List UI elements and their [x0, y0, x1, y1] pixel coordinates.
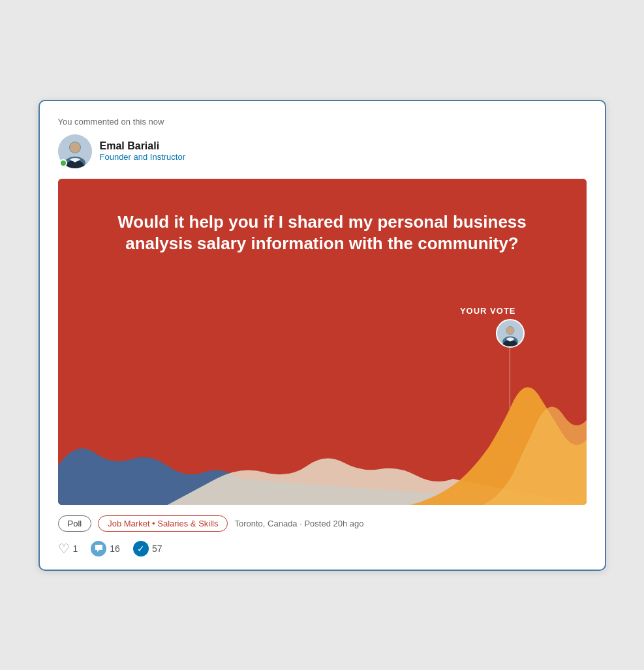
posted-time: Posted 20h ago	[304, 519, 363, 528]
heart-icon: ♡	[58, 541, 70, 556]
likes-reaction[interactable]: ♡ 1	[58, 541, 78, 556]
commented-notice: You commented on this now	[58, 117, 587, 127]
author-info: Emal Bariali Founder and Instructor	[100, 140, 186, 162]
svg-point-3	[70, 142, 80, 153]
tag-job-market[interactable]: Job Market • Salaries & Skills	[98, 515, 228, 532]
comment-icon	[91, 541, 106, 556]
tags-row: Poll Job Market • Salaries & Skills Toro…	[58, 515, 587, 532]
check-icon: ✓	[133, 541, 149, 556]
poll-background: Would it help you if I shared my persona…	[58, 179, 587, 505]
votes-count: 57	[152, 543, 162, 554]
poll-question: Would it help you if I shared my persona…	[58, 179, 587, 275]
author-row: Emal Bariali Founder and Instructor	[58, 134, 587, 168]
location: Toronto, Canada	[234, 519, 297, 528]
tag-poll[interactable]: Poll	[58, 515, 92, 532]
comments-count: 16	[110, 543, 120, 554]
author-name: Emal Bariali	[100, 140, 186, 152]
svg-point-7	[506, 326, 514, 334]
likes-count: 1	[73, 543, 78, 554]
your-vote-label: YOUR VOTE	[460, 306, 516, 316]
author-title: Founder and Instructor	[100, 152, 186, 162]
avatar-wrapper	[58, 134, 92, 168]
wave-chart	[58, 335, 587, 505]
reactions-row: ♡ 1 16 ✓ 57	[58, 541, 587, 556]
online-indicator	[59, 159, 67, 167]
votes-reaction[interactable]: ✓ 57	[133, 541, 162, 556]
comments-reaction[interactable]: 16	[91, 541, 120, 556]
poll-image[interactable]: Would it help you if I shared my persona…	[58, 179, 587, 505]
post-meta: Toronto, Canada · Posted 20h ago	[234, 519, 363, 528]
post-card: You commented on this now	[38, 100, 606, 571]
